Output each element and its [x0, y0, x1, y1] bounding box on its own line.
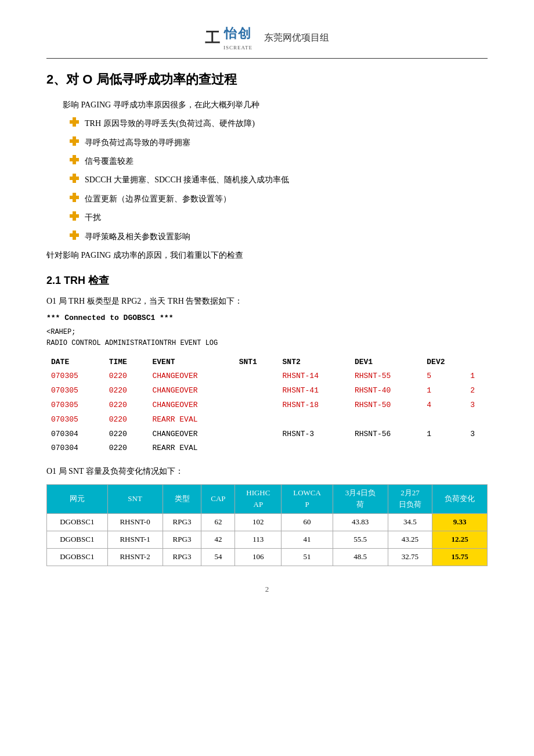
log-cell-6: 4	[422, 398, 466, 413]
log-cell-6: 5	[422, 369, 466, 384]
log-cell-6: 1	[422, 427, 466, 442]
data-cell-7: 34.5	[388, 514, 432, 531]
pre-text: <RAHEP; RADIO CONTROL ADMINISTRATIONTRH …	[46, 327, 488, 349]
section2-intro: 影响 PAGING 寻呼成功率原因很多，在此大概列举几种	[46, 99, 488, 111]
log-cell-7	[466, 413, 488, 427]
data-cell-3: 62	[201, 514, 235, 531]
data-col-2: 类型	[163, 484, 201, 514]
log-col-dev2: DEV2	[422, 355, 466, 370]
bullet-list: TRH 原因导致的寻呼丢失(负荷过高、硬件故障) 寻呼负荷过高导致的寻呼拥塞 信…	[70, 117, 488, 243]
log-cell-1: 0220	[104, 398, 148, 413]
list-item: 寻呼负荷过高导致的寻呼拥塞	[70, 136, 488, 149]
data-cell-4: 102	[235, 514, 282, 531]
header: 工 怡创 ISCREATE 东莞网优项目组	[46, 23, 488, 52]
header-divider	[46, 58, 488, 59]
log-cell-5	[350, 441, 422, 456]
data-cell-1: RHSNT-1	[107, 531, 163, 549]
log-table-row: 0703050220CHANGEOVERRHSNT-41RHSNT-4012	[46, 384, 488, 398]
log-cell-0: 070304	[46, 427, 104, 442]
log-table-body: 0703050220CHANGEOVERRHSNT-14RHSNT-555107…	[46, 369, 488, 456]
data-col-0: 网元	[47, 484, 108, 514]
data-table-row: DGOBSC1RHSNT-0RPG3621026043.8334.59.33	[47, 514, 488, 531]
log-col-snt1: SNT1	[234, 355, 278, 370]
data-cell-2: RPG3	[163, 514, 201, 531]
log-col-event: EVENT	[148, 355, 234, 370]
header-subtitle: 东莞网优项目组	[264, 30, 329, 45]
log-table-row: 0703040220CHANGEOVERRHSNT-3RHSNT-5613	[46, 427, 488, 442]
log-cell-6	[422, 413, 466, 427]
bullet-text-2: 寻呼负荷过高导致的寻呼拥塞	[85, 136, 190, 149]
log-cell-2: REARR EVAL	[148, 441, 234, 456]
log-col-snt2: SNT2	[278, 355, 350, 370]
data-cell-8: 9.33	[432, 514, 488, 531]
bullet-text-5: 位置更新（边界位置更新、参数设置等）	[85, 193, 231, 206]
page: 工 怡创 ISCREATE 东莞网优项目组 2、对 O 局低寻呼成功率的查过程 …	[0, 0, 534, 756]
data-cell-3: 42	[201, 531, 235, 549]
bullet-text-4: SDCCH 大量拥塞、SDCCH 接通率低、随机接入成功率低	[85, 174, 289, 186]
bullet-icon-7	[70, 231, 79, 240]
log-cell-7: 2	[466, 384, 488, 398]
logo-text-block: 怡创 ISCREATE	[223, 23, 252, 52]
bullet-text-7: 寻呼策略及相关参数设置影响	[85, 231, 190, 243]
data-cell-6: 43.83	[333, 514, 388, 531]
log-table-row: 0703040220REARR EVAL	[46, 441, 488, 456]
data-cell-7: 32.75	[388, 548, 432, 566]
data-cell-2: RPG3	[163, 531, 201, 549]
log-cell-7: 3	[466, 398, 488, 413]
data-cell-5: 60	[282, 514, 333, 531]
log-cell-3	[234, 441, 278, 456]
data-cell-6: 48.5	[333, 548, 388, 566]
log-cell-4	[278, 413, 350, 427]
logo-english: ISCREATE	[223, 44, 252, 52]
data-cell-3: 54	[201, 548, 235, 566]
data-table-body: DGOBSC1RHSNT-0RPG3621026043.8334.59.33DG…	[47, 514, 488, 566]
section21-desc1: O1 局 TRH 板类型是 RPG2，当天 TRH 告警数据如下：	[46, 295, 488, 308]
log-cell-1: 0220	[104, 441, 148, 456]
log-cell-1: 0220	[104, 369, 148, 384]
log-cell-2: CHANGEOVER	[148, 398, 234, 413]
log-cell-7: 1	[466, 369, 488, 384]
data-cell-0: DGOBSC1	[47, 514, 108, 531]
log-cell-2: REARR EVAL	[148, 413, 234, 427]
data-cell-5: 51	[282, 548, 333, 566]
data-cell-8: 15.75	[432, 548, 488, 566]
log-cell-4: RHSNT-14	[278, 369, 350, 384]
data-cell-6: 55.5	[333, 531, 388, 549]
log-cell-4: RHSNT-18	[278, 398, 350, 413]
section21-title: 2.1 TRH 检查	[46, 272, 488, 289]
log-table: DATE TIME EVENT SNT1 SNT2 DEV1 DEV2 0703…	[46, 355, 488, 456]
connected-text: *** Connected to DGOBSC1 ***	[46, 312, 488, 325]
logo-area: 工 怡创 ISCREATE 东莞网优项目组	[205, 23, 329, 52]
table-intro: O1 局 SNT 容量及负荷变化情况如下：	[46, 465, 488, 478]
bullet-text-1: TRH 原因导致的寻呼丢失(负荷过高、硬件故障)	[85, 117, 255, 130]
log-cell-3	[234, 398, 278, 413]
log-table-row: 0703050220REARR EVAL	[46, 413, 488, 427]
log-col-extra	[466, 355, 488, 370]
log-cell-4: RHSNT-3	[278, 427, 350, 442]
log-cell-0: 070304	[46, 441, 104, 456]
bullet-text-6: 干扰	[85, 211, 101, 224]
section2-title: 2、对 O 局低寻呼成功率的查过程	[46, 69, 488, 89]
log-cell-2: CHANGEOVER	[148, 427, 234, 442]
log-cell-0: 070305	[46, 369, 104, 384]
log-cell-4	[278, 441, 350, 456]
log-cell-3	[234, 369, 278, 384]
data-cell-2: RPG3	[163, 548, 201, 566]
log-cell-5: RHSNT-50	[350, 398, 422, 413]
log-cell-7: 3	[466, 427, 488, 442]
log-cell-5: RHSNT-40	[350, 384, 422, 398]
log-cell-4: RHSNT-41	[278, 384, 350, 398]
log-table-row: 0703050220CHANGEOVERRHSNT-18RHSNT-5043	[46, 398, 488, 413]
bullet-icon-2	[70, 136, 79, 146]
log-col-date: DATE	[46, 355, 104, 370]
data-col-7: 2月27日负荷	[388, 484, 432, 514]
log-cell-0: 070305	[46, 413, 104, 427]
data-cell-0: DGOBSC1	[47, 548, 108, 566]
bullet-icon-6	[70, 211, 79, 221]
list-item: 寻呼策略及相关参数设置影响	[70, 231, 488, 243]
data-col-3: CAP	[201, 484, 235, 514]
data-col-5: LOWCAP	[282, 484, 333, 514]
data-col-4: HIGHCAP	[235, 484, 282, 514]
page-number: 2	[46, 584, 488, 596]
log-cell-1: 0220	[104, 384, 148, 398]
